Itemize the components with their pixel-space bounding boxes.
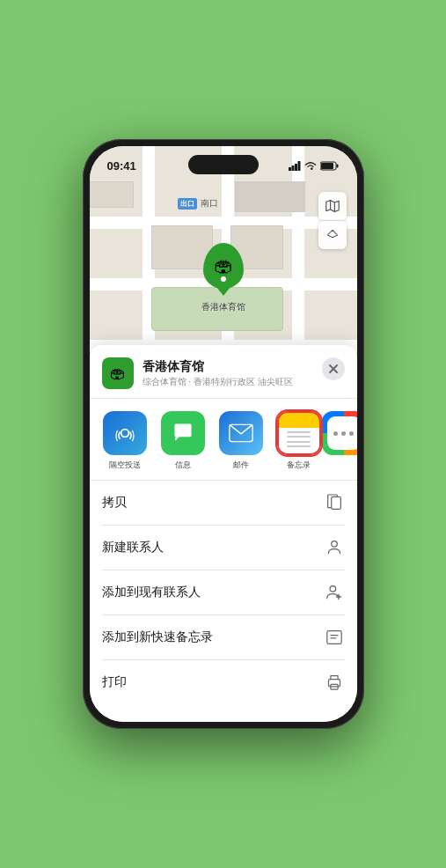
marker-pin: 🏟 (203, 243, 244, 289)
dynamic-island (188, 155, 259, 174)
location-icon: 🏟 (102, 357, 134, 389)
note-symbol (325, 629, 343, 645)
marker-dot (221, 276, 226, 282)
share-app-notes[interactable]: 备忘录 (273, 411, 325, 471)
message-bubble (172, 422, 194, 445)
stadium-marker[interactable]: 🏟 香港体育馆 (201, 243, 245, 313)
bottom-sheet: 🏟 香港体育馆 综合体育馆 · 香港特别行政区 油尖旺区 (90, 345, 357, 722)
svg-rect-1 (291, 166, 294, 171)
airdrop-symbol (113, 422, 136, 445)
airdrop-label: 隔空投送 (109, 460, 141, 471)
share-apps-row: 隔空投送 信息 (90, 399, 357, 481)
share-app-mail[interactable]: 邮件 (215, 411, 267, 471)
mail-icon (219, 411, 263, 455)
copy-symbol (326, 494, 342, 511)
location-sub: 综合体育馆 · 香港特别行政区 油尖旺区 (143, 376, 345, 388)
quick-note-label: 添加到新快速备忘录 (102, 629, 213, 645)
print-icon (324, 672, 345, 693)
action-add-contact[interactable]: 添加到现有联系人 (102, 570, 345, 615)
close-button[interactable] (322, 357, 345, 380)
add-contact-icon (324, 582, 345, 603)
action-print[interactable]: 打印 (102, 660, 345, 704)
svg-rect-6 (336, 164, 338, 167)
svg-rect-0 (289, 167, 291, 171)
svg-point-14 (331, 541, 337, 548)
mail-envelope (229, 423, 253, 443)
action-new-contact[interactable]: 新建联系人 (102, 526, 345, 570)
notes-icon (277, 411, 321, 455)
map-label: 出口 南口 (178, 197, 218, 210)
notes-label: 备忘录 (287, 460, 311, 471)
location-info: 香港体育馆 综合体育馆 · 香港特别行政区 油尖旺区 (143, 359, 345, 388)
close-icon (329, 364, 338, 373)
action-list: 拷贝 新建联系人 (90, 481, 357, 704)
map-south-label: 南口 (201, 197, 218, 210)
copy-icon (324, 492, 345, 513)
signal-icon (289, 161, 301, 171)
quick-note-icon (324, 627, 345, 648)
map-view-button[interactable] (318, 192, 347, 220)
svg-rect-2 (295, 164, 297, 171)
svg-rect-5 (321, 163, 333, 169)
airdrop-icon (103, 411, 147, 455)
marker-label: 香港体育馆 (201, 301, 245, 313)
new-contact-icon (324, 537, 345, 558)
location-header: 🏟 香港体育馆 综合体育馆 · 香港特别行政区 油尖旺区 (90, 345, 357, 399)
copy-label: 拷贝 (102, 495, 127, 511)
location-button[interactable] (318, 221, 347, 249)
status-icons (289, 161, 340, 171)
wifi-icon (304, 161, 317, 171)
status-time: 09:41 (107, 159, 136, 173)
share-app-airdrop[interactable]: 隔空投送 (99, 411, 151, 471)
person-symbol (325, 539, 343, 556)
phone-screen: 09:41 (90, 146, 357, 722)
share-app-more[interactable] (331, 411, 357, 471)
person-add-symbol (325, 584, 343, 601)
battery-icon (320, 161, 340, 171)
svg-rect-18 (326, 631, 340, 644)
stadium-icon: 🏟 (214, 256, 233, 276)
location-name: 香港体育馆 (143, 359, 345, 375)
location-arrow-icon (326, 229, 339, 241)
svg-point-11 (121, 430, 128, 438)
svg-rect-13 (331, 497, 340, 509)
print-label: 打印 (102, 674, 127, 690)
map-icon (325, 199, 340, 213)
map-button-group (318, 192, 347, 249)
mail-label: 邮件 (233, 460, 249, 471)
svg-rect-3 (297, 161, 300, 171)
message-label: 信息 (175, 460, 191, 471)
more-icon (322, 411, 357, 455)
action-copy[interactable]: 拷贝 (102, 481, 345, 526)
phone-frame: 09:41 (83, 139, 364, 729)
share-app-message[interactable]: 信息 (157, 411, 209, 471)
printer-symbol (325, 674, 343, 690)
message-icon (161, 411, 205, 455)
svg-point-15 (330, 586, 336, 592)
action-quick-note[interactable]: 添加到新快速备忘录 (102, 615, 345, 660)
venue-emoji: 🏟 (110, 364, 126, 383)
map-exit-label: 出口 (178, 198, 197, 210)
add-contact-label: 添加到现有联系人 (102, 585, 201, 600)
new-contact-label: 新建联系人 (102, 540, 164, 555)
